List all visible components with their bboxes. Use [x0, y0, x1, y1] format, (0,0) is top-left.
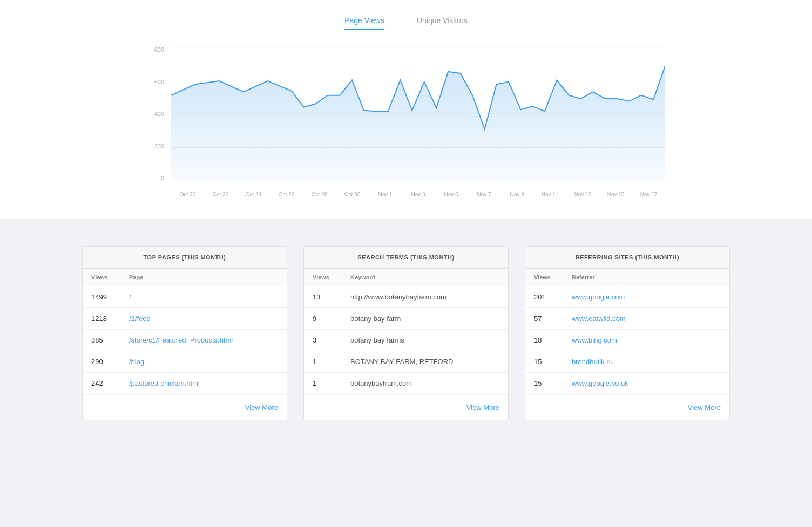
top-pages-link-3[interactable]: /blog — [129, 358, 278, 366]
top-pages-link-1[interactable]: /2/feed — [129, 314, 278, 323]
referring-sites-views-1: 57 — [534, 314, 572, 323]
top-pages-views-4: 242 — [91, 379, 129, 387]
top-pages-views-2: 385 — [91, 336, 129, 344]
top-pages-link-4[interactable]: /pastured-chicken.html — [129, 379, 278, 387]
x-label-oct22: Oct 22 — [204, 191, 237, 197]
referring-sites-views-2: 18 — [534, 336, 572, 344]
top-pages-views-0: 1499 — [91, 293, 129, 301]
search-terms-keyword-1: botany bay farm — [350, 314, 499, 323]
search-terms-header: Views Keyword — [304, 269, 508, 286]
referring-sites-title: REFERRING SITES (THIS MONTH) — [525, 247, 729, 269]
search-terms-col-views: Views — [313, 274, 350, 280]
x-axis: Oct 20 Oct 22 Oct 24 Oct 26 Oct 28 Oct 3… — [171, 184, 665, 197]
referring-sites-link-1[interactable]: www.eatwild.com — [572, 314, 721, 323]
search-terms-keyword-2: botany bay farms — [350, 336, 499, 344]
x-label-oct30: Oct 30 — [336, 191, 369, 197]
x-label-nov5: Nov 5 — [435, 191, 468, 197]
top-pages-link-2[interactable]: /store/c1/Featured_Products.html — [129, 336, 278, 344]
referring-sites-views-0: 201 — [534, 293, 572, 301]
search-terms-row-2: 3 botany bay farms — [304, 330, 508, 351]
referring-sites-row-2: 18 www.bing.com — [525, 330, 729, 351]
top-pages-card: TOP PAGES (THIS MONTH) Views Page 1499 /… — [82, 246, 287, 420]
tab-page-views[interactable]: Page Views — [344, 16, 384, 30]
x-label-nov17: Nov 17 — [632, 191, 665, 197]
top-pages-row-4: 242 /pastured-chicken.html — [83, 373, 287, 394]
search-terms-views-4: 1 — [313, 379, 350, 387]
search-terms-row-3: 1 BOTANY BAY FARM, RETFORD — [304, 351, 508, 373]
bottom-section: TOP PAGES (THIS MONTH) Views Page 1499 /… — [0, 219, 812, 447]
search-terms-col-keyword: Keyword — [350, 274, 499, 280]
search-terms-card: SEARCH TERMS (THIS MONTH) Views Keyword … — [303, 246, 509, 420]
search-terms-views-2: 3 — [313, 336, 350, 344]
search-terms-keyword-0: http://www.botanybayfarm.com — [350, 293, 499, 301]
x-label-nov1: Nov 1 — [369, 191, 402, 197]
search-terms-row-1: 9 botany bay farm — [304, 308, 508, 330]
referring-sites-view-more[interactable]: View More — [525, 394, 729, 420]
top-pages-view-more[interactable]: View More — [83, 394, 287, 420]
referring-sites-link-2[interactable]: www.bing.com — [572, 336, 721, 344]
y-label-0: 0 — [147, 175, 168, 181]
x-label-nov13: Nov 13 — [566, 191, 599, 197]
search-terms-keyword-4: botanybayfram.com — [350, 379, 499, 387]
referring-sites-link-0[interactable]: www.google.com — [572, 293, 721, 301]
x-label-nov7: Nov 7 — [468, 191, 500, 197]
top-pages-row-2: 385 /store/c1/Featured_Products.html — [83, 330, 287, 351]
y-label-400: 400 — [147, 111, 168, 117]
referring-sites-row-1: 57 www.eatwild.com — [525, 308, 729, 330]
cards-row: TOP PAGES (THIS MONTH) Views Page 1499 /… — [43, 246, 769, 420]
x-label-oct24: Oct 24 — [237, 191, 270, 197]
top-pages-row-0: 1499 / — [83, 286, 287, 308]
referring-sites-header: Views Referrer — [525, 269, 729, 286]
referring-sites-row-3: 15 brendbutik.ru — [525, 351, 729, 373]
search-terms-views-3: 1 — [313, 358, 350, 366]
top-pages-header: Views Page — [83, 269, 287, 286]
line-chart-svg — [171, 46, 665, 181]
top-pages-row-1: 1218 /2/feed — [83, 308, 287, 330]
top-pages-view-more-link[interactable]: View More — [245, 403, 278, 412]
y-label-200: 200 — [147, 143, 168, 149]
x-label-nov11: Nov 11 — [533, 191, 566, 197]
top-pages-col-page: Page — [129, 274, 278, 280]
referring-sites-row-4: 15 www.google.co.uk — [525, 373, 729, 394]
chart-container: 0 200 400 600 800 — [147, 46, 665, 197]
search-terms-title: SEARCH TERMS (THIS MONTH) — [304, 247, 508, 269]
referring-sites-card: REFERRING SITES (THIS MONTH) Views Refer… — [525, 246, 730, 420]
referring-sites-link-4[interactable]: www.google.co.uk — [572, 379, 721, 387]
chart-tabs: Page Views Unique Visitors — [0, 16, 812, 30]
referring-sites-row-0: 201 www.google.com — [525, 286, 729, 308]
referring-sites-views-4: 15 — [534, 379, 572, 387]
referring-sites-link-3[interactable]: brendbutik.ru — [572, 358, 721, 366]
top-section: Page Views Unique Visitors 0 200 400 600… — [0, 0, 812, 219]
search-terms-view-more-link[interactable]: View More — [466, 403, 499, 412]
tab-unique-visitors[interactable]: Unique Visitors — [417, 16, 468, 30]
top-pages-link-0[interactable]: / — [129, 293, 278, 301]
y-label-800: 800 — [147, 46, 168, 53]
top-pages-col-views: Views — [91, 274, 129, 280]
referring-sites-col-views: Views — [534, 274, 572, 280]
referring-sites-view-more-link[interactable]: View More — [688, 403, 721, 412]
referring-sites-views-3: 15 — [534, 358, 572, 366]
top-pages-title: TOP PAGES (THIS MONTH) — [83, 247, 287, 269]
top-pages-views-3: 290 — [91, 358, 129, 366]
search-terms-row-4: 1 botanybayfram.com — [304, 373, 508, 394]
search-terms-view-more[interactable]: View More — [304, 394, 508, 420]
y-label-600: 600 — [147, 79, 168, 85]
chart-area: 0 200 400 600 800 — [147, 46, 665, 197]
top-pages-views-1: 1218 — [91, 314, 129, 323]
search-terms-keyword-3: BOTANY BAY FARM, RETFORD — [350, 358, 499, 366]
x-label-nov15: Nov 15 — [599, 191, 632, 197]
search-terms-views-1: 9 — [313, 314, 350, 323]
chart-svg-wrapper — [171, 46, 665, 181]
referring-sites-col-referrer: Referrer — [572, 274, 721, 280]
y-axis: 0 200 400 600 800 — [147, 46, 168, 181]
x-label-oct26: Oct 26 — [270, 191, 303, 197]
x-label-oct20: Oct 20 — [171, 191, 204, 197]
search-terms-row-0: 13 http://www.botanybayfarm.com — [304, 286, 508, 308]
x-label-oct28: Oct 28 — [303, 191, 336, 197]
top-pages-row-3: 290 /blog — [83, 351, 287, 373]
x-label-nov9: Nov 9 — [500, 191, 533, 197]
search-terms-views-0: 13 — [313, 293, 350, 301]
x-label-nov3: Nov 3 — [402, 191, 435, 197]
